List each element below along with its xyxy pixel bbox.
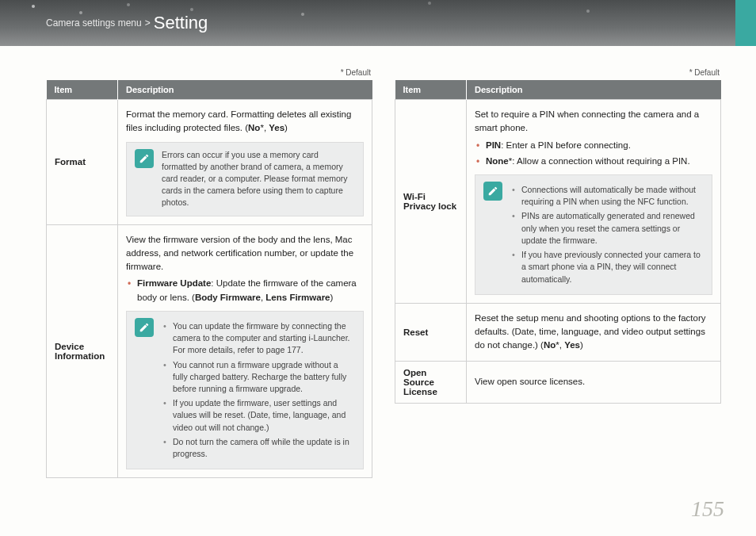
note-wifi: Connections will automatically be made w…	[475, 174, 712, 295]
device-note-3: If you update the firmware, user setting…	[163, 397, 355, 434]
pencil-icon	[135, 149, 154, 168]
desc-wifi: Set to require a PIN when connecting the…	[467, 100, 721, 304]
default-note-right: * Default	[395, 68, 721, 77]
device-note-2: You cannot run a firmware upgrade withou…	[163, 359, 355, 396]
wifi-pin-bullet: PIN: Enter a PIN before connecting.	[476, 139, 712, 152]
breadcrumb-category: Camera settings menu	[46, 17, 142, 29]
content-area: * Default Item Description Format Format…	[0, 46, 756, 478]
row-open-source: Open Source License View open source lic…	[395, 361, 721, 403]
item-reset: Reset	[395, 303, 467, 361]
device-intro: View the firmware version of the body an…	[126, 233, 364, 274]
row-wifi-privacy: Wi-Fi Privacy lock Set to require a PIN …	[395, 100, 721, 304]
settings-table-right: Item Description Wi-Fi Privacy lock Set …	[395, 80, 721, 404]
breadcrumb-sep: >	[145, 17, 151, 29]
wifi-none-bullet: None*: Allow a connection without requir…	[476, 155, 712, 168]
note-device: You can update the firmware by connectin…	[126, 311, 364, 469]
wifi-intro: Set to require a PIN when connecting the…	[475, 108, 712, 136]
format-intro: Format the memory card. Formatting delet…	[126, 109, 351, 132]
desc-reset: Reset the setup menu and shooting option…	[467, 303, 721, 361]
wifi-note-2: PINs are automatically generated and ren…	[512, 210, 704, 247]
row-format: Format Format the memory card. Formattin…	[47, 100, 372, 225]
breadcrumb-title: Setting	[154, 13, 208, 33]
device-note-1: You can update the firmware by connectin…	[163, 320, 355, 357]
note-format-text: Errors can occur if you use a memory car…	[162, 149, 355, 209]
row-device-info: Device Information View the firmware ver…	[47, 224, 372, 478]
desc-format: Format the memory card. Formatting delet…	[118, 100, 372, 225]
note-format: Errors can occur if you use a memory car…	[126, 142, 364, 216]
th-item: Item	[395, 80, 467, 100]
pencil-icon	[135, 318, 154, 337]
desc-osl: View open source licenses.	[467, 361, 721, 403]
desc-device-info: View the firmware version of the body an…	[118, 224, 372, 478]
item-wifi: Wi-Fi Privacy lock	[395, 100, 467, 304]
th-desc: Description	[118, 80, 372, 100]
device-note-4: Do not turn the camera off while the upd…	[163, 436, 355, 460]
wifi-note-3: If you have previously connected your ca…	[512, 249, 704, 285]
th-desc: Description	[467, 80, 721, 100]
settings-table-left: Item Description Format Format the memor…	[46, 80, 372, 478]
page-number: 155	[691, 496, 724, 522]
default-note-left: * Default	[46, 68, 372, 77]
th-item: Item	[47, 80, 118, 100]
page-header: Camera settings menu > Setting	[0, 0, 756, 46]
item-osl: Open Source License	[395, 361, 467, 403]
pencil-icon	[483, 182, 502, 201]
header-accent	[735, 0, 756, 46]
row-reset: Reset Reset the setup menu and shooting …	[395, 303, 721, 361]
right-column: * Default Item Description Wi-Fi Privacy…	[395, 68, 721, 478]
item-format: Format	[47, 100, 118, 225]
item-device-info: Device Information	[47, 224, 118, 478]
wifi-note-1: Connections will automatically be made w…	[512, 184, 704, 208]
left-column: * Default Item Description Format Format…	[46, 68, 372, 478]
firmware-update-bullet: Firmware Update: Update the firmware of …	[128, 277, 364, 304]
